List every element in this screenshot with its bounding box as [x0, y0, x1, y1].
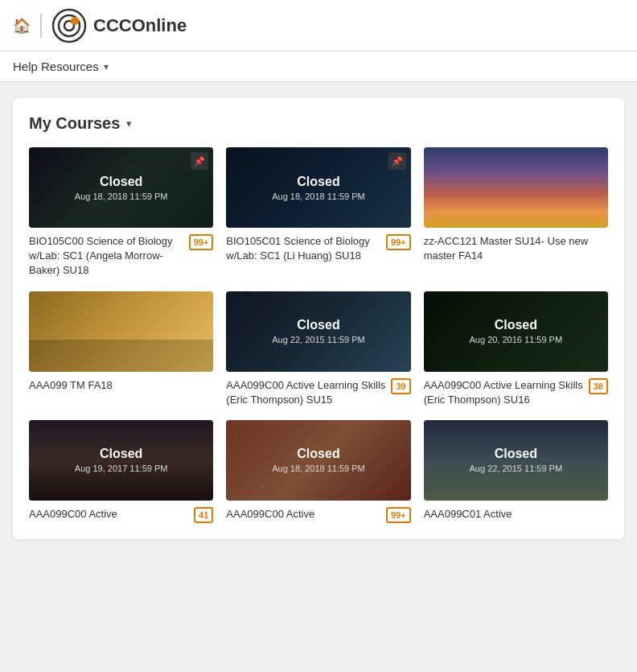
course-closed-text: Closed: [297, 447, 339, 461]
course-closed-date: Aug 22, 2015 11:59 PM: [470, 464, 563, 473]
course-info: AAA099C00 Active41: [29, 507, 213, 523]
course-title: BIO105C00 Science of Biology w/Lab: SC1 …: [29, 234, 184, 278]
course-closed-text: Closed: [100, 447, 142, 461]
course-info: BIO105C00 Science of Biology w/Lab: SC1 …: [29, 234, 213, 278]
course-closed-date: Aug 22, 2015 11:59 PM: [272, 335, 365, 344]
course-badge: 39: [391, 378, 410, 394]
header-divider: [40, 14, 42, 38]
course-thumbnail: ClosedAug 22, 2015 11:59 PM: [226, 291, 410, 372]
course-closed-overlay: ClosedAug 22, 2015 11:59 PM: [226, 291, 410, 372]
nav-bar: Help Resources ▾: [0, 52, 637, 82]
course-title: AAA099 TM FA18: [29, 378, 213, 393]
course-item[interactable]: ClosedAug 19, 2017 11:59 PMAAA099C00 Act…: [29, 420, 213, 523]
course-title: AAA099C00 Active: [226, 507, 381, 522]
main-content: My Courses ▾ ClosedAug 18, 2018 11:59 PM…: [0, 82, 637, 555]
courses-grid: ClosedAug 18, 2018 11:59 PM📌BIO105C00 Sc…: [29, 147, 608, 523]
course-closed-text: Closed: [100, 175, 142, 189]
course-closed-overlay: ClosedAug 19, 2017 11:59 PM: [29, 420, 213, 501]
help-resources-chevron-icon: ▾: [104, 61, 109, 72]
course-item[interactable]: ClosedAug 18, 2018 11:59 PMAAA099C00 Act…: [226, 420, 410, 523]
course-info: AAA099C00 Active Learning Skills (Eric T…: [424, 378, 608, 407]
course-closed-date: Aug 18, 2018 11:59 PM: [272, 464, 365, 473]
help-resources-button[interactable]: Help Resources ▾: [13, 60, 109, 73]
ccc-logo-icon: [51, 8, 87, 43]
course-item[interactable]: ClosedAug 22, 2015 11:59 PMAAA099C01 Act…: [424, 420, 608, 523]
course-item[interactable]: ClosedAug 18, 2018 11:59 PM📌BIO105C01 Sc…: [226, 147, 410, 278]
course-info: BIO105C01 Science of Biology w/Lab: SC1 …: [226, 234, 410, 263]
course-closed-date: Aug 20, 2016 11:59 PM: [470, 335, 563, 344]
course-info: AAA099C00 Active Learning Skills (Eric T…: [226, 378, 410, 407]
course-badge: 41: [194, 507, 213, 523]
logo-text: CCCOnline: [93, 15, 187, 36]
course-closed-overlay: ClosedAug 22, 2015 11:59 PM: [424, 420, 608, 501]
course-title: BIO105C01 Science of Biology w/Lab: SC1 …: [226, 234, 381, 263]
pin-icon: 📌: [191, 152, 208, 170]
course-thumbnail: ClosedAug 18, 2018 11:59 PM📌: [29, 147, 213, 228]
course-closed-text: Closed: [297, 318, 339, 332]
course-title: zz-ACC121 Master SU14- Use new master FA…: [424, 234, 608, 263]
course-info: zz-ACC121 Master SU14- Use new master FA…: [424, 234, 608, 263]
course-title: AAA099C00 Active Learning Skills (Eric T…: [424, 378, 584, 407]
header: 🏠 CCCOnline: [0, 0, 637, 52]
course-thumbnail: ClosedAug 19, 2017 11:59 PM: [29, 420, 213, 501]
course-info: AAA099C01 Active: [424, 507, 608, 522]
course-closed-text: Closed: [495, 318, 537, 332]
course-closed-overlay: ClosedAug 18, 2018 11:59 PM: [29, 147, 213, 228]
course-info: AAA099 TM FA18: [29, 378, 213, 393]
course-thumbnail: [29, 291, 213, 372]
course-badge: 38: [589, 378, 608, 394]
course-closed-date: Aug 18, 2018 11:59 PM: [272, 192, 365, 201]
course-item[interactable]: AAA099 TM FA18: [29, 291, 213, 407]
course-thumbnail: ClosedAug 18, 2018 11:59 PM: [226, 420, 410, 501]
course-closed-date: Aug 19, 2017 11:59 PM: [75, 464, 168, 473]
course-title: AAA099C00 Active: [29, 507, 189, 522]
help-resources-label: Help Resources: [13, 60, 99, 73]
course-badge: 99+: [386, 234, 411, 250]
course-closed-overlay: ClosedAug 20, 2016 11:59 PM: [424, 291, 608, 372]
course-item[interactable]: ClosedAug 18, 2018 11:59 PM📌BIO105C00 Sc…: [29, 147, 213, 278]
home-icon[interactable]: 🏠: [13, 17, 31, 35]
course-closed-overlay: ClosedAug 18, 2018 11:59 PM: [226, 420, 410, 501]
course-badge: 99+: [189, 234, 214, 250]
course-item[interactable]: ClosedAug 20, 2016 11:59 PMAAA099C00 Act…: [424, 291, 608, 407]
my-courses-chevron-icon[interactable]: ▾: [126, 117, 132, 130]
course-thumbnail: ClosedAug 18, 2018 11:59 PM📌: [226, 147, 410, 228]
logo-container: CCCOnline: [51, 8, 187, 43]
course-item[interactable]: ClosedAug 22, 2015 11:59 PMAAA099C00 Act…: [226, 291, 410, 407]
courses-card: My Courses ▾ ClosedAug 18, 2018 11:59 PM…: [13, 98, 624, 539]
course-thumbnail: ClosedAug 20, 2016 11:59 PM: [424, 291, 608, 372]
pin-icon: 📌: [388, 152, 406, 170]
course-title: AAA099C00 Active Learning Skills (Eric T…: [226, 378, 386, 407]
my-courses-title: My Courses: [29, 114, 120, 133]
course-item[interactable]: zz-ACC121 Master SU14- Use new master FA…: [424, 147, 608, 278]
course-closed-overlay: ClosedAug 18, 2018 11:59 PM: [226, 147, 410, 228]
course-closed-text: Closed: [495, 447, 537, 461]
course-closed-date: Aug 18, 2018 11:59 PM: [75, 192, 168, 201]
my-courses-header: My Courses ▾: [29, 114, 608, 133]
course-badge: 99+: [386, 507, 411, 523]
course-thumbnail: ClosedAug 22, 2015 11:59 PM: [424, 420, 608, 501]
course-title: AAA099C01 Active: [424, 507, 608, 522]
course-thumbnail: [424, 147, 608, 228]
svg-point-3: [71, 17, 79, 25]
course-info: AAA099C00 Active99+: [226, 507, 410, 523]
course-closed-text: Closed: [297, 175, 339, 189]
